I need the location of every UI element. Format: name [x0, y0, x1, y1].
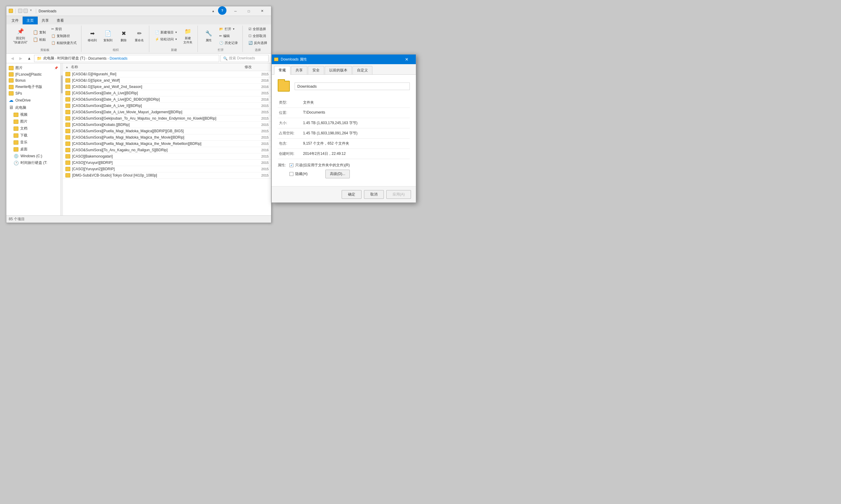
file-date: 2015 [251, 116, 269, 120]
col-date-header[interactable]: 修改 [244, 65, 269, 70]
dropdown-arrow[interactable]: ▼ [30, 9, 32, 14]
invert-selection-btn[interactable]: 🔄 反向选择 [246, 40, 269, 46]
crumb-documents[interactable]: Documents [88, 56, 107, 60]
list-item[interactable]: [CASO&SumiSora][Date_A_Live][BDRip] 2015 [63, 90, 271, 96]
paste-btn[interactable]: 📋 粘贴 [31, 36, 48, 43]
dialog-tab-custom[interactable]: 自定义 [353, 66, 373, 74]
advanced-btn[interactable]: 高级(D)... [325, 169, 350, 178]
dialog-tab-security[interactable]: 安全 [308, 66, 324, 74]
easy-access-btn[interactable]: ⚡ 轻松访问 ▼ [153, 36, 179, 42]
copy-to-btn[interactable]: 📄 复制到 [101, 28, 115, 44]
select-none-btn[interactable]: ☐ 全部取消 [246, 33, 269, 39]
copy-btn[interactable]: 📋 复制 [31, 29, 48, 36]
move-to-btn[interactable]: ➡ 移动到 [85, 28, 100, 44]
clipboard-small-btns2: ✂ 剪切 📋 复制路径 📋 粘贴快捷方式 [49, 26, 79, 46]
dialog-close-btn[interactable]: ✕ [400, 55, 413, 64]
new-folder-btn[interactable]: 📁 新建文件夹 [181, 25, 195, 46]
dialog-tab-share[interactable]: 共享 [291, 66, 307, 74]
list-item[interactable]: [CASO&SumiSora][To_Aru_Kagaku_no_Railgun… [63, 147, 271, 153]
list-item[interactable]: [CASO&I.G][Spice_and_Wolf_2nd_Season] 20… [63, 84, 271, 90]
list-item[interactable]: [CASO&SumiSora][Date_A_Live_Movie_Mayuri… [63, 109, 271, 115]
dialog-tab-general[interactable]: 常规 [274, 66, 290, 75]
crumb-downloads[interactable]: Downloads [109, 56, 127, 60]
sidebar-item-pictures[interactable]: 图片 📌 [6, 65, 60, 71]
readonly-row: ✓ 只读(仅应用于文件夹中的文件)(R) [290, 163, 350, 168]
copy-path-btn[interactable]: 📋 复制路径 [49, 33, 79, 39]
list-item[interactable]: [CASO][Bakemonogatari] 2015 [63, 153, 271, 160]
readonly-checkbox[interactable]: ✓ [290, 163, 293, 167]
sidebar-item-flsnow[interactable]: [FLsnow][Plastic [6, 71, 60, 77]
dialog-tab-previous[interactable]: 以前的版本 [325, 66, 352, 74]
crumb-computer[interactable]: 此电脑 [44, 56, 54, 61]
list-item[interactable]: [CASO&SumiSora][Puella_Magi_Madoka_Magic… [63, 128, 271, 134]
list-item[interactable]: [CASO&SumiSora][Gekijouban_To_Aru_Majuts… [63, 115, 271, 122]
file-items-container: [CASO&I.G][Higurashi_Rei] 2015 [CASO&I.G… [63, 71, 271, 179]
new-folder-icon: 📁 [184, 27, 192, 36]
list-item[interactable]: [DMG-Sub&VCB-Studio] Tokyo Ghoul [Hi10p_… [63, 172, 271, 179]
hidden-checkbox[interactable] [290, 172, 293, 176]
pin-icon: 📌 [54, 66, 58, 70]
forward-btn[interactable]: ▶ [17, 55, 24, 62]
sidebar-item-windows-c[interactable]: 💿 Windows (C:) [6, 153, 60, 159]
pin-to-quick-access-btn[interactable]: 📌 固定到"快速访问" [11, 25, 30, 46]
maximize-btn[interactable]: □ [242, 6, 255, 16]
col-name-header[interactable]: 名称 [71, 65, 244, 70]
sidebar-item-desktop[interactable]: 桌面 [6, 146, 60, 153]
history-btn[interactable]: 🕐 历史记录 [217, 40, 240, 46]
properties-btn[interactable]: 🔧 属性 [202, 28, 216, 44]
delete-btn[interactable]: ✖ 删除 [116, 28, 131, 44]
sidebar-item-time-drive[interactable]: 🕐 时间旅行硬盘 (T: [6, 159, 60, 166]
cloud-icon: ☁ [9, 97, 14, 103]
ok-btn[interactable]: 确定 [342, 190, 362, 199]
cut-btn[interactable]: ✂ 剪切 [49, 26, 79, 32]
select-all-btn[interactable]: ☑ 全部选择 [246, 26, 269, 32]
help-btn[interactable]: ? [218, 6, 226, 15]
sidebar-item-onedrive[interactable]: ☁ OneDrive [6, 96, 60, 104]
sidebar-item-sps[interactable]: SPs [6, 90, 60, 96]
paste-shortcut-btn[interactable]: 📋 粘贴快捷方式 [49, 40, 79, 46]
list-item[interactable]: [CASO&SumiSora][Date_A_Live][DC_BDBOX][B… [63, 96, 271, 103]
collapse-ribbon-btn[interactable]: ▲ [208, 6, 218, 16]
undo-icon[interactable] [23, 9, 28, 13]
sidebar-item-label: 文档 [20, 126, 58, 131]
cancel-btn[interactable]: 取消 [364, 190, 384, 199]
sidebar-scrollbar[interactable] [61, 63, 63, 215]
sidebar-item-music[interactable]: 音乐 [6, 139, 60, 146]
tab-file[interactable]: 文件 [7, 17, 23, 24]
sidebar-item-pictures2[interactable]: 图片 [6, 118, 60, 125]
crumb-drive[interactable]: 时间旅行硬盘 (T:) [57, 56, 85, 61]
tab-home[interactable]: 主页 [23, 17, 38, 24]
tab-view[interactable]: 查看 [53, 17, 68, 24]
list-item[interactable]: [CASO&SumiSora][Date_A_Live_II][BDRip] 2… [63, 103, 271, 109]
sidebar-item-documents[interactable]: 文档 [6, 125, 60, 132]
list-item[interactable]: [CASO][Yuruyuri2][BDRIP] 2015 [63, 166, 271, 172]
address-field[interactable]: 📁 此电脑 › 时间旅行硬盘 (T:) › Documents › Downlo… [34, 55, 219, 62]
up-btn[interactable]: ▲ [25, 55, 33, 62]
list-item[interactable]: [CASO&I.G][Spice_and_Wolf] 2016 [63, 77, 271, 84]
list-item[interactable]: [CASO][Yuruyuri][BDRIP] 2015 [63, 160, 271, 166]
rename-btn[interactable]: ✏ 重命名 [132, 28, 147, 44]
sidebar-item-this-pc[interactable]: 🖥 此电脑 [6, 104, 60, 111]
sidebar-item-videos[interactable]: 视频 [6, 111, 60, 118]
sidebar-item-rewrite[interactable]: Rewrite电子书版 [6, 84, 60, 90]
apply-btn[interactable]: 应用(A) [386, 190, 411, 199]
contains-value: 9,157 个文件，652 个文件夹 [302, 139, 410, 149]
close-btn[interactable]: ✕ [255, 6, 269, 16]
new-item-btn[interactable]: 📄 新建项目 ▼ [153, 29, 179, 36]
edit-btn[interactable]: ✏ 编辑 [217, 33, 240, 39]
folder-name-input[interactable] [295, 83, 410, 90]
list-item[interactable]: [CASO&I.G][Higurashi_Rei] 2015 [63, 71, 271, 77]
ribbon-group-open: 🔧 属性 📂 打开 ▼ ✏ 编辑 [199, 25, 243, 52]
open-btn[interactable]: 📂 打开 ▼ [217, 26, 240, 32]
list-item[interactable]: [CASO&SumiSora][Puella_Magi_Madoka_Magic… [63, 141, 271, 147]
back-btn[interactable]: ◀ [9, 55, 16, 62]
save-icon[interactable] [18, 9, 22, 13]
sidebar-item-bonus[interactable]: Bonus [6, 77, 60, 84]
sidebar-item-downloads[interactable]: 下载 [6, 132, 60, 139]
tab-share[interactable]: 共享 [38, 17, 53, 24]
list-item[interactable]: [CASO&SumiSora][Kobato.][BDRip] 2015 [63, 122, 271, 128]
minimize-btn[interactable]: ─ [229, 6, 242, 16]
search-field[interactable]: 🔍 搜索 Downloads [220, 55, 269, 62]
type-label: 类型: [278, 97, 302, 108]
list-item[interactable]: [CASO&SumiSora][Puella_Magi_Madoka_Magic… [63, 134, 271, 141]
